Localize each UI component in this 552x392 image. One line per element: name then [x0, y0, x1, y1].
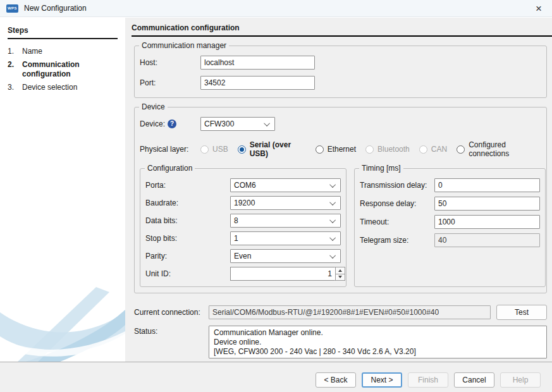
parity-select[interactable]: Even: [230, 249, 341, 263]
step-label: Communication configuration: [22, 60, 118, 79]
porta-select-value: COM6: [234, 181, 256, 190]
stop-bits-select-value: 1: [234, 234, 238, 243]
baudrate-select-value: 19200: [234, 199, 255, 207]
title-bar: WPS New Configuration ×: [0, 0, 552, 17]
radio-usb: USB: [200, 145, 228, 154]
chevron-down-icon: [329, 181, 336, 188]
group-legend: Timing [ms]: [359, 164, 403, 173]
unit-id-label: Unit ID:: [145, 269, 230, 278]
status-label: Status:: [134, 326, 209, 336]
chevron-down-icon: [329, 199, 336, 205]
spin-up-icon[interactable]: [335, 267, 345, 274]
chevron-down-icon: [329, 217, 336, 223]
close-icon[interactable]: ×: [532, 3, 546, 14]
current-connection-field[interactable]: [209, 305, 491, 319]
help-button: Help: [500, 372, 541, 388]
communication-configuration-panel: Communication configuration Communicatio…: [125, 18, 552, 362]
radio-label: Bluetooth: [377, 145, 410, 154]
telegram-size-input: [434, 233, 540, 247]
radio-icon: [200, 145, 209, 154]
porta-select[interactable]: COM6: [230, 178, 341, 192]
radio-label: CAN: [431, 145, 447, 154]
telegram-size-label: Telegram size:: [360, 236, 434, 245]
status-line: Device online.: [214, 338, 542, 347]
step-number: 1.: [8, 47, 22, 56]
step-number: 2.: [8, 60, 22, 79]
device-select[interactable]: CFW300: [200, 117, 275, 131]
radio-icon: [238, 145, 246, 154]
step-label: Name: [22, 47, 118, 56]
timeout-label: Timeout:: [360, 217, 434, 226]
wps-logo-icon: WPS: [6, 4, 18, 13]
data-bits-label: Data bits:: [145, 216, 230, 225]
radio-ethernet[interactable]: Ethernet: [316, 145, 356, 154]
device-label-text: Device:: [140, 119, 165, 128]
timing-group: Timing [ms] Transmission delay: Response…: [354, 168, 546, 287]
page-title: Communication configuration: [132, 23, 552, 37]
next-button[interactable]: Next >: [362, 372, 402, 388]
device-label: Device: ?: [140, 119, 200, 128]
cancel-button[interactable]: Cancel: [454, 372, 494, 388]
response-delay-input[interactable]: [434, 197, 540, 211]
back-button[interactable]: < Back: [316, 372, 356, 388]
finish-button: Finish: [408, 372, 448, 388]
step-number: 3.: [8, 83, 22, 92]
steps-list: 1. Name 2. Communication configuration 3…: [0, 47, 125, 92]
radio-label: Configured connections: [469, 140, 541, 158]
device-select-value: CFW300: [204, 119, 234, 128]
help-icon[interactable]: ?: [168, 119, 176, 128]
communication-manager-group: Communication manager Host: Port:: [134, 46, 547, 98]
window-title: New Configuration: [24, 4, 87, 13]
group-legend: Configuration: [145, 164, 195, 173]
steps-heading: Steps: [8, 26, 118, 39]
data-bits-select-value: 8: [234, 216, 238, 225]
chevron-down-icon: [329, 252, 336, 259]
spinner-buttons: [335, 267, 345, 281]
port-input[interactable]: [200, 76, 315, 90]
steps-sidebar: Steps 1. Name 2. Communication configura…: [0, 18, 125, 362]
radio-icon: [457, 145, 465, 154]
host-input[interactable]: [200, 56, 315, 70]
physical-layer-label: Physical layer:: [140, 145, 200, 154]
step-label: Device selection: [22, 83, 118, 92]
data-bits-select[interactable]: 8: [230, 214, 341, 228]
radio-bluetooth: Bluetooth: [365, 145, 410, 154]
host-label: Host:: [140, 58, 200, 67]
radio-serial-over-usb[interactable]: Serial (over USB): [238, 140, 306, 158]
wizard-footer: < Back Next > Finish Cancel Help: [0, 362, 552, 392]
baudrate-label: Baudrate:: [145, 199, 230, 207]
status-box: Communication Manager online. Device onl…: [209, 326, 547, 358]
timeout-input[interactable]: [434, 215, 540, 229]
device-group: Device Device: ? CFW300 Physical layer: …: [134, 107, 547, 293]
radio-configured-connections[interactable]: Configured connections: [457, 140, 541, 158]
group-legend: Device: [139, 102, 168, 111]
status-line: [WEG, CFW300 200 - 240 Vac | 280 - 340 V…: [214, 347, 542, 357]
physical-layer-options: USB Serial (over USB) Ethernet Bluetooth…: [200, 140, 541, 158]
radio-icon: [419, 145, 427, 154]
porta-label: Porta:: [145, 181, 230, 190]
port-label: Port:: [140, 78, 200, 87]
response-delay-label: Response delay:: [360, 199, 434, 208]
parity-label: Parity:: [145, 252, 230, 260]
radio-can: CAN: [419, 145, 447, 154]
unit-id-stepper[interactable]: [230, 267, 345, 281]
chevron-down-icon: [329, 235, 336, 241]
test-button[interactable]: Test: [496, 305, 547, 320]
spin-down-icon[interactable]: [335, 274, 345, 281]
baudrate-select[interactable]: 19200: [230, 196, 341, 210]
radio-icon: [365, 145, 374, 154]
chevron-down-icon: [264, 120, 270, 126]
transmission-delay-input[interactable]: [434, 178, 540, 192]
unit-id-input[interactable]: [230, 267, 335, 281]
radio-icon: [316, 145, 324, 154]
parity-select-value: Even: [234, 252, 251, 260]
configuration-group: Configuration Porta: COM6 Baudrate: 1920…: [140, 168, 347, 287]
radio-label: USB: [212, 145, 228, 154]
radio-label: Serial (over USB): [250, 140, 306, 158]
current-connection-label: Current connection:: [134, 308, 209, 317]
stop-bits-label: Stop bits:: [145, 234, 230, 243]
stop-bits-select[interactable]: 1: [230, 231, 341, 245]
step-item-name: 1. Name: [8, 47, 118, 56]
status-line: Communication Manager online.: [214, 328, 542, 338]
transmission-delay-label: Transmission delay:: [360, 181, 434, 190]
